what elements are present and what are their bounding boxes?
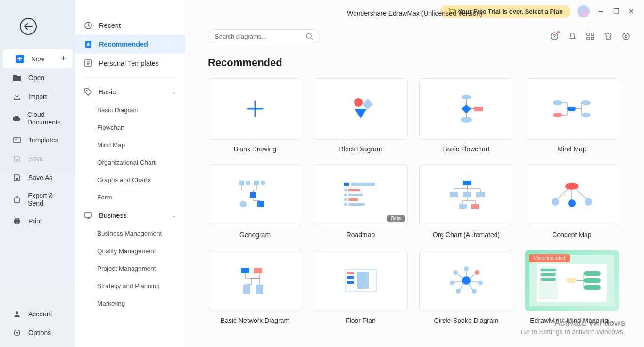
svg-point-37 (581, 113, 591, 117)
template-card[interactable]: Mind Map (525, 78, 619, 153)
template-card[interactable]: BetaRoadmap (314, 164, 408, 239)
mid-recommended[interactable]: Recommended (75, 35, 185, 54)
mid-sub-biz-2[interactable]: Project Management (75, 260, 185, 277)
template-thumbnail[interactable] (314, 78, 408, 140)
template-thumbnail[interactable] (419, 164, 513, 225)
mid-sub-biz-0[interactable]: Business Management (75, 225, 185, 242)
toolbar: ? (185, 23, 644, 43)
template-thumbnail[interactable] (208, 78, 302, 140)
svg-rect-40 (254, 181, 259, 185)
template-card[interactable]: Blank Drawing (208, 78, 302, 153)
mid-personal[interactable]: Personal Templates (75, 54, 185, 73)
nav-options[interactable]: Options (0, 323, 75, 342)
template-card[interactable]: Floor Plan (314, 250, 408, 324)
template-thumbnail[interactable] (525, 78, 619, 140)
svg-point-64 (585, 198, 592, 206)
maximize-button[interactable]: ❐ (612, 7, 620, 16)
nav-cloud[interactable]: Cloud Documents (0, 106, 75, 131)
avatar[interactable] (577, 5, 590, 18)
svg-point-39 (246, 181, 250, 185)
mid-sub-basic-4[interactable]: Graphs and Charts (75, 171, 185, 189)
mid-sub-biz-1[interactable]: Quality Management (75, 242, 185, 260)
mid-sub-basic-3[interactable]: Organizational Chart (75, 154, 185, 171)
svg-rect-88 (566, 278, 577, 283)
template-label: Circle-Spoke Diagram (419, 317, 513, 324)
nav-open[interactable]: Open (0, 68, 75, 87)
search-box[interactable] (208, 29, 320, 43)
shirt-icon[interactable] (603, 32, 613, 41)
minimize-button[interactable]: ─ (597, 7, 605, 16)
svg-point-36 (581, 100, 591, 105)
template-card[interactable]: Genogram (208, 164, 302, 239)
svg-point-77 (478, 281, 483, 285)
mid-cat-business[interactable]: Business ⌄ (75, 206, 185, 225)
svg-rect-27 (363, 99, 373, 110)
save-icon (12, 154, 22, 164)
template-label: Basic Flowchart (419, 145, 513, 153)
svg-rect-2 (16, 159, 18, 161)
clock-icon (84, 21, 92, 30)
nav-print[interactable]: Print (0, 212, 75, 231)
mid-cat-basic[interactable]: Basic ⌄ (75, 83, 185, 101)
search-icon (305, 33, 313, 40)
close-button[interactable]: ✕ (627, 7, 636, 16)
template-card[interactable]: Org Chart (Automated) (419, 164, 513, 239)
template-label: Concept Map (525, 231, 619, 239)
mid-sub-basic-2[interactable]: Mind Map (75, 136, 185, 154)
recommended-badge: Recommended (529, 254, 570, 262)
mid-sub-biz-4[interactable]: Marketing (75, 295, 185, 312)
svg-point-26 (354, 98, 363, 107)
svg-rect-65 (241, 268, 249, 273)
mid-sub-basic-1[interactable]: Flowchart (75, 119, 185, 136)
mid-recent[interactable]: Recent (75, 16, 185, 35)
add-icon[interactable]: + (61, 54, 66, 64)
bell-icon[interactable] (568, 32, 577, 41)
template-card[interactable]: Basic Flowchart (419, 78, 513, 153)
grid-icon[interactable] (586, 32, 595, 41)
svg-text:?: ? (553, 33, 556, 39)
presentation-icon (84, 211, 92, 220)
template-thumbnail[interactable]: Recommended (525, 250, 619, 311)
svg-rect-60 (471, 204, 479, 209)
svg-rect-91 (584, 285, 601, 290)
nav-export-label: Export & Send (28, 192, 69, 207)
nav-import[interactable]: Import (0, 87, 75, 106)
nav-save-as[interactable]: Save As (0, 168, 75, 187)
account-icon (12, 309, 22, 319)
template-thumbnail[interactable] (314, 250, 408, 311)
chevron-down-icon: ⌄ (172, 213, 176, 219)
template-thumbnail[interactable] (419, 78, 513, 140)
svg-rect-35 (567, 107, 576, 111)
mid-sub-basic-5[interactable]: Form (75, 189, 185, 206)
template-card[interactable]: RecommendedEdrawMind: Mind Mapping... (525, 250, 619, 324)
back-button[interactable] (20, 18, 37, 35)
svg-point-33 (553, 100, 562, 105)
template-label: Block Diagram (314, 145, 408, 153)
mid-sub-biz-3[interactable]: Strategy and Planning (75, 277, 185, 295)
nav-templates[interactable]: Templates (0, 131, 75, 149)
template-card[interactable]: Concept Map (525, 164, 619, 239)
template-card[interactable]: Circle-Spoke Diagram (419, 250, 513, 324)
template-thumbnail[interactable] (525, 164, 619, 225)
svg-rect-43 (250, 192, 256, 198)
settings-icon[interactable] (621, 32, 631, 41)
svg-rect-50 (348, 194, 363, 196)
nav-account[interactable]: Account (0, 305, 75, 323)
mid-sub-basic-0[interactable]: Basic Diagram (75, 101, 185, 119)
template-card[interactable]: Block Diagram (314, 78, 408, 153)
svg-point-42 (240, 201, 247, 207)
nav-export[interactable]: Export & Send (0, 187, 75, 212)
template-thumbnail[interactable] (419, 250, 513, 311)
search-input[interactable] (215, 33, 305, 40)
template-thumbnail[interactable]: Beta (314, 164, 408, 225)
mid-cat-business-label: Business (99, 212, 127, 219)
nav-new[interactable]: New + (3, 49, 73, 68)
help-icon[interactable]: ? (550, 32, 559, 41)
svg-rect-87 (541, 278, 556, 281)
chevron-down-icon: ⌄ (172, 89, 176, 95)
template-card[interactable]: Basic Network Diagram (208, 250, 302, 324)
template-thumbnail[interactable] (208, 250, 302, 311)
template-thumbnail[interactable] (208, 164, 302, 225)
svg-rect-86 (541, 273, 556, 276)
nav-save: Save (0, 149, 75, 168)
